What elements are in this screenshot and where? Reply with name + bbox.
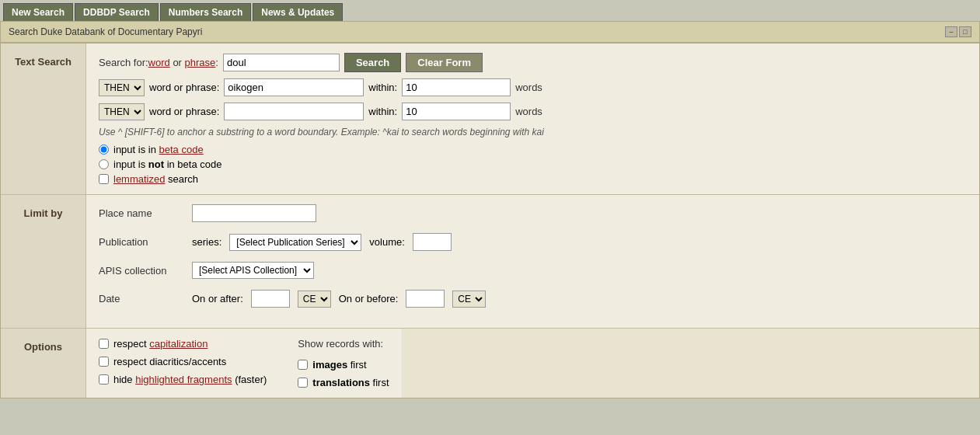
words-label-2: words [515, 106, 542, 117]
show-records-label: Show records with: [298, 338, 389, 350]
translations-first-row: translations first [298, 377, 389, 388]
volume-label: volume: [369, 236, 405, 248]
highlighted-link[interactable]: highlighted fragments [135, 374, 232, 385]
diacritics-label: respect diacritics/accents [113, 356, 226, 367]
volume-input[interactable] [413, 233, 452, 251]
images-first-row: images first [298, 359, 389, 371]
translations-first-label: translations first [312, 377, 389, 388]
diacritics-row: respect diacritics/accents [99, 356, 267, 367]
radio2-label: input is not in beta code [113, 158, 221, 170]
phrase-link[interactable]: phrase [185, 57, 216, 68]
radio-row-2: input is not in beta code [99, 158, 967, 170]
word-link[interactable]: word [148, 57, 170, 68]
translations-first-checkbox[interactable] [298, 378, 308, 388]
main-search-input[interactable] [223, 54, 340, 71]
publication-row: Publication series: [Select Publication … [99, 233, 967, 251]
options-right: Show records with: images first translat… [298, 338, 389, 388]
nav-tabs: New Search DDBDP Search Numbers Search N… [0, 0, 980, 21]
publication-label: Publication [99, 236, 184, 248]
images-first-label: images first [312, 359, 366, 371]
not-beta-code-radio[interactable] [99, 159, 109, 169]
within-label-1: within: [368, 82, 397, 93]
capitalization-checkbox[interactable] [99, 339, 109, 349]
text-search-label: Text Search [1, 44, 86, 194]
text-search-content: Search for:word or phrase: Search Clear … [86, 44, 979, 194]
then-input-1[interactable] [224, 78, 364, 96]
beta-code-radio[interactable] [99, 144, 109, 155]
date-row: Date On or after: CE On or before: CE [99, 290, 967, 308]
on-or-before-label: On or before: [339, 293, 399, 304]
options-label: Options [1, 329, 86, 398]
limit-by-section: Limit by Place name Publication series: … [1, 195, 979, 329]
apis-collection-select[interactable]: [Select APIS Collection] [192, 262, 314, 279]
lemmatized-link[interactable]: lemmatized [113, 173, 165, 185]
main-content: Text Search Search for:word or phrase: S… [0, 43, 980, 398]
capitalization-row: respect capitalization [99, 338, 267, 350]
date-label: Date [99, 293, 184, 304]
hide-fragments-checkbox[interactable] [99, 374, 109, 385]
within-input-1[interactable] [402, 78, 511, 96]
clear-form-button[interactable]: Clear Form [406, 53, 483, 72]
on-or-before-input[interactable] [406, 290, 445, 308]
words-label-1: words [515, 82, 542, 93]
then-select-1[interactable]: THEN [99, 79, 145, 96]
word-or-phrase-label-1: word or phrase: [149, 82, 219, 93]
publication-series-select[interactable]: [Select Publication Series] [229, 234, 361, 251]
tab-ddbdp-search[interactable]: DDBDP Search [75, 3, 159, 21]
lemmatized-label: lemmatized search [113, 173, 198, 185]
capitalization-label: respect capitalization [113, 338, 208, 350]
radio-row-1: input is in beta code [99, 144, 967, 155]
options-section: Options respect capitalization respect d… [1, 329, 979, 398]
then-row-2: THEN word or phrase: within: words [99, 103, 967, 120]
diacritics-checkbox[interactable] [99, 357, 109, 367]
within-label-2: within: [368, 106, 397, 117]
text-search-section: Text Search Search for:word or phrase: S… [1, 44, 979, 195]
ce2-select[interactable]: CE [452, 291, 486, 308]
lemmatized-checkbox[interactable] [99, 174, 109, 184]
search-button[interactable]: Search [344, 53, 401, 72]
then-select-2[interactable]: THEN [99, 103, 145, 120]
lemmatized-row: lemmatized search [99, 173, 967, 185]
within-input-2[interactable] [402, 103, 511, 120]
search-for-label: Search for:word or phrase: [99, 57, 218, 68]
page-title: Search Duke Databank of Documentary Papy… [9, 26, 202, 37]
options-left: respect capitalization respect diacritic… [99, 338, 267, 388]
window-controls: – □ [945, 26, 971, 37]
tab-new-search[interactable]: New Search [3, 3, 73, 21]
hide-fragments-row: hide highlighted fragments (faster) [99, 374, 267, 385]
options-content: respect capitalization respect diacritic… [86, 329, 402, 398]
hide-fragments-label: hide highlighted fragments (faster) [113, 374, 267, 385]
limit-by-label: Limit by [1, 195, 86, 328]
place-name-label: Place name [99, 207, 184, 219]
hint-text: Use ^ [SHIFT-6] to anchor a substring to… [99, 127, 967, 137]
ce1-select[interactable]: CE [298, 291, 331, 308]
on-or-after-input[interactable] [251, 290, 290, 308]
apis-label: APIS collection [99, 265, 184, 277]
tab-numbers-search[interactable]: Numbers Search [160, 3, 251, 21]
on-or-after-label: On or after: [192, 293, 243, 304]
series-label: series: [192, 236, 221, 248]
then-row-1: THEN word or phrase: within: words [99, 78, 967, 96]
beta-code-link[interactable]: beta code [159, 144, 204, 155]
apis-row: APIS collection [Select APIS Collection] [99, 262, 967, 279]
capitalization-link[interactable]: capitalization [149, 338, 208, 350]
tab-news-updates[interactable]: News & Updates [253, 3, 343, 21]
minimize-button[interactable]: – [945, 26, 957, 37]
place-name-input[interactable] [192, 204, 316, 222]
maximize-button[interactable]: □ [959, 26, 971, 37]
place-name-row: Place name [99, 204, 967, 222]
limit-by-content: Place name Publication series: [Select P… [86, 195, 979, 328]
main-search-row: Search for:word or phrase: Search Clear … [99, 53, 967, 72]
radio1-label: input is in beta code [113, 144, 204, 155]
images-first-checkbox[interactable] [298, 360, 308, 370]
page-header: Search Duke Databank of Documentary Papy… [0, 21, 980, 43]
word-or-phrase-label-2: word or phrase: [149, 106, 219, 117]
then-input-2[interactable] [224, 103, 364, 120]
